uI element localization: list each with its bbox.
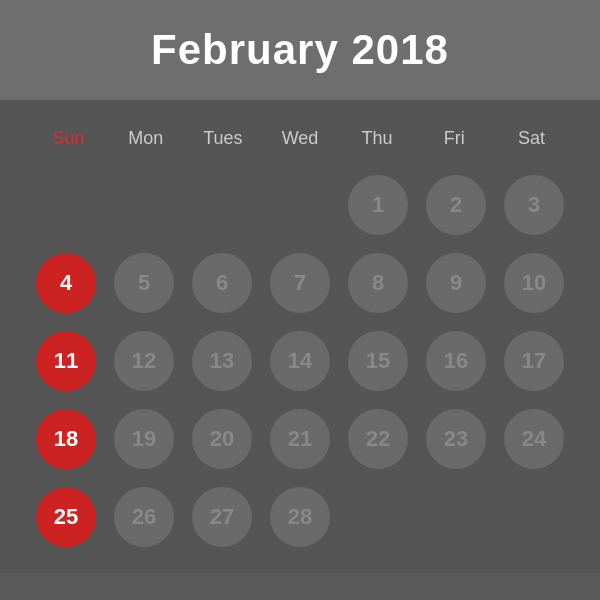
day-cell[interactable] — [30, 169, 102, 241]
day-number[interactable]: 22 — [348, 409, 408, 469]
day-number[interactable]: 4 — [36, 253, 96, 313]
day-number[interactable]: 21 — [270, 409, 330, 469]
day-number[interactable]: 15 — [348, 331, 408, 391]
day-cell[interactable]: 1 — [342, 169, 414, 241]
day-cell[interactable]: 18 — [30, 403, 102, 475]
day-cell[interactable]: 15 — [342, 325, 414, 397]
weekday-sat: Sat — [493, 120, 570, 157]
day-number[interactable]: 7 — [270, 253, 330, 313]
weekday-tues: Tues — [184, 120, 261, 157]
day-cell[interactable]: 7 — [264, 247, 336, 319]
day-cell[interactable]: 4 — [30, 247, 102, 319]
day-number[interactable]: 8 — [348, 253, 408, 313]
header-title: February 2018 — [151, 26, 449, 74]
day-cell[interactable] — [498, 481, 570, 553]
day-cell[interactable]: 25 — [30, 481, 102, 553]
day-cell[interactable] — [108, 169, 180, 241]
day-cell[interactable]: 10 — [498, 247, 570, 319]
day-number[interactable]: 23 — [426, 409, 486, 469]
day-number[interactable]: 25 — [36, 487, 96, 547]
day-cell[interactable]: 5 — [108, 247, 180, 319]
day-number[interactable]: 12 — [114, 331, 174, 391]
day-number[interactable]: 18 — [36, 409, 96, 469]
day-number[interactable]: 1 — [348, 175, 408, 235]
day-number[interactable]: 14 — [270, 331, 330, 391]
weekday-mon: Mon — [107, 120, 184, 157]
weekday-wed: Wed — [261, 120, 338, 157]
day-number[interactable]: 5 — [114, 253, 174, 313]
weekday-fri: Fri — [416, 120, 493, 157]
day-number[interactable]: 16 — [426, 331, 486, 391]
day-cell[interactable]: 3 — [498, 169, 570, 241]
day-cell[interactable]: 16 — [420, 325, 492, 397]
days-grid: 1234567891011121314151617181920212223242… — [30, 169, 570, 553]
day-number[interactable]: 20 — [192, 409, 252, 469]
day-number[interactable]: 2 — [426, 175, 486, 235]
day-cell[interactable]: 6 — [186, 247, 258, 319]
weekday-sun: Sun — [30, 120, 107, 157]
day-number[interactable]: 27 — [192, 487, 252, 547]
day-cell[interactable]: 24 — [498, 403, 570, 475]
day-number[interactable]: 19 — [114, 409, 174, 469]
day-cell[interactable]: 14 — [264, 325, 336, 397]
day-number[interactable]: 26 — [114, 487, 174, 547]
day-cell[interactable]: 9 — [420, 247, 492, 319]
day-cell[interactable]: 2 — [420, 169, 492, 241]
day-number[interactable]: 13 — [192, 331, 252, 391]
day-cell[interactable]: 22 — [342, 403, 414, 475]
day-cell[interactable]: 28 — [264, 481, 336, 553]
day-cell[interactable]: 21 — [264, 403, 336, 475]
weekdays-row: SunMonTuesWedThuFriSat — [30, 120, 570, 157]
day-cell[interactable]: 12 — [108, 325, 180, 397]
day-number[interactable]: 24 — [504, 409, 564, 469]
day-cell[interactable] — [186, 169, 258, 241]
calendar-body: SunMonTuesWedThuFriSat 12345678910111213… — [0, 100, 600, 573]
day-number[interactable]: 10 — [504, 253, 564, 313]
day-cell[interactable]: 13 — [186, 325, 258, 397]
day-cell[interactable]: 27 — [186, 481, 258, 553]
day-cell[interactable] — [420, 481, 492, 553]
day-cell[interactable]: 11 — [30, 325, 102, 397]
day-number[interactable]: 3 — [504, 175, 564, 235]
day-cell[interactable] — [264, 169, 336, 241]
day-cell[interactable]: 17 — [498, 325, 570, 397]
day-number[interactable]: 9 — [426, 253, 486, 313]
day-cell[interactable]: 23 — [420, 403, 492, 475]
weekday-thu: Thu — [339, 120, 416, 157]
day-cell[interactable]: 26 — [108, 481, 180, 553]
day-cell[interactable]: 20 — [186, 403, 258, 475]
day-number[interactable]: 17 — [504, 331, 564, 391]
day-cell[interactable] — [342, 481, 414, 553]
day-number[interactable]: 28 — [270, 487, 330, 547]
header: February 2018 — [0, 0, 600, 100]
day-cell[interactable]: 19 — [108, 403, 180, 475]
day-number[interactable]: 11 — [36, 331, 96, 391]
day-number[interactable]: 6 — [192, 253, 252, 313]
day-cell[interactable]: 8 — [342, 247, 414, 319]
